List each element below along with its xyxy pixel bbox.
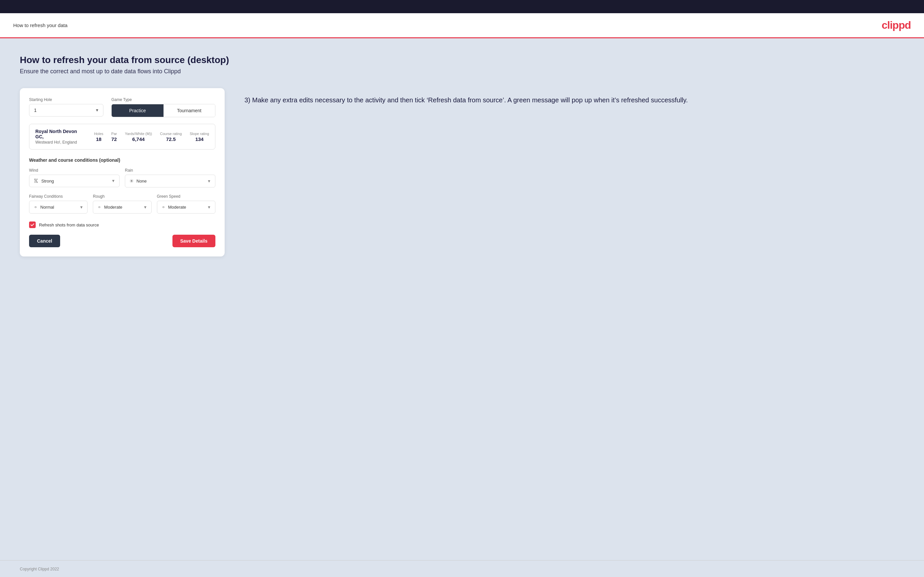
holes-label: Holes	[94, 132, 103, 136]
chevron-down-icon: ▼	[79, 205, 83, 210]
checkmark-icon	[31, 223, 34, 227]
slope-rating-stat: Slope rating 134	[190, 132, 209, 142]
course-stats: Holes 18 Par 72 Yards/White (M)) 6,744 C…	[94, 132, 209, 142]
rough-group: Rough ⚬ Moderate ▼	[93, 194, 151, 214]
practice-button[interactable]: Practice	[111, 104, 163, 117]
page-subtitle: Ensure the correct and most up to date d…	[20, 68, 904, 75]
tournament-button[interactable]: Tournament	[163, 104, 215, 117]
wind-icon: ⛕	[33, 178, 39, 184]
edit-card: Starting Hole 1 ▼ Game Type Practice Tou…	[20, 88, 225, 256]
top-fields-row: Starting Hole 1 ▼ Game Type Practice Tou…	[29, 97, 215, 117]
course-rating-value: 72.5	[160, 136, 182, 142]
green-icon: ⚬	[161, 204, 165, 210]
wind-group: Wind ⛕ Strong ▼	[29, 168, 120, 187]
rough-select[interactable]: ⚬ Moderate ▼	[93, 201, 151, 214]
game-type-toggle: Practice Tournament	[111, 104, 215, 117]
footer: Copyright Clippd 2022	[0, 560, 924, 577]
chevron-down-icon: ▼	[207, 205, 211, 210]
fairway-value: Normal	[40, 205, 79, 210]
rough-icon: ⚬	[97, 204, 102, 210]
starting-hole-label: Starting Hole	[29, 97, 103, 102]
yards-value: 6,744	[125, 136, 152, 142]
fairway-icon: ⚬	[33, 204, 38, 210]
green-select[interactable]: ⚬ Moderate ▼	[157, 201, 215, 214]
rough-value: Moderate	[104, 205, 143, 210]
green-group: Green Speed ⚬ Moderate ▼	[157, 194, 215, 214]
par-stat: Par 72	[111, 132, 117, 142]
footer-text: Copyright Clippd 2022	[20, 567, 59, 571]
rain-select[interactable]: ☀ None ▼	[125, 175, 215, 187]
course-location: Westward Ho!, England	[36, 140, 84, 145]
top-bar	[0, 0, 924, 13]
description-text: 3) Make any extra edits necessary to the…	[244, 95, 904, 105]
course-name: Royal North Devon GC,	[36, 129, 84, 139]
conditions-bottom-row: Fairway Conditions ⚬ Normal ▼ Rough ⚬ Mo…	[29, 194, 215, 214]
wind-label: Wind	[29, 168, 120, 172]
wind-value: Strong	[41, 179, 111, 184]
content-area: Starting Hole 1 ▼ Game Type Practice Tou…	[20, 88, 904, 256]
description-panel: 3) Make any extra edits necessary to the…	[244, 88, 904, 105]
rain-icon: ☀	[129, 178, 134, 184]
starting-hole-value: 1	[34, 108, 99, 113]
header: How to refresh your data clippd	[0, 13, 924, 38]
slope-rating-value: 134	[190, 136, 209, 142]
rain-value: None	[136, 179, 207, 184]
yards-label: Yards/White (M))	[125, 132, 152, 136]
chevron-down-icon: ▼	[111, 179, 115, 183]
fairway-label: Fairway Conditions	[29, 194, 87, 199]
starting-hole-group: Starting Hole 1 ▼	[29, 97, 103, 117]
refresh-checkbox-row: Refresh shots from data source	[29, 221, 215, 228]
chevron-down-icon: ▼	[144, 205, 147, 210]
refresh-checkbox[interactable]	[29, 221, 36, 228]
game-type-group: Game Type Practice Tournament	[111, 97, 215, 117]
logo: clippd	[882, 19, 911, 31]
holes-value: 18	[94, 136, 103, 142]
chevron-down-icon: ▼	[207, 179, 211, 184]
fairway-select[interactable]: ⚬ Normal ▼	[29, 201, 87, 214]
course-row: Royal North Devon GC, Westward Ho!, Engl…	[29, 124, 215, 150]
page-title: How to refresh your data from source (de…	[20, 55, 904, 65]
starting-hole-select[interactable]: 1 ▼	[29, 104, 103, 116]
wind-select[interactable]: ⛕ Strong ▼	[29, 175, 120, 187]
par-label: Par	[111, 132, 117, 136]
conditions-wind-rain: Wind ⛕ Strong ▼ Rain ☀ None ▼	[29, 168, 215, 187]
rain-group: Rain ☀ None ▼	[125, 168, 215, 187]
fairway-group: Fairway Conditions ⚬ Normal ▼	[29, 194, 87, 214]
par-value: 72	[111, 136, 117, 142]
course-rating-label: Course rating	[160, 132, 182, 136]
yards-stat: Yards/White (M)) 6,744	[125, 132, 152, 142]
conditions-title: Weather and course conditions (optional)	[29, 158, 215, 163]
game-type-label: Game Type	[111, 97, 215, 102]
header-title: How to refresh your data	[13, 23, 68, 28]
course-info: Royal North Devon GC, Westward Ho!, Engl…	[36, 129, 84, 145]
green-label: Green Speed	[157, 194, 215, 199]
holes-stat: Holes 18	[94, 132, 103, 142]
course-rating-stat: Course rating 72.5	[160, 132, 182, 142]
rain-label: Rain	[125, 168, 215, 172]
main-content: How to refresh your data from source (de…	[0, 38, 924, 560]
save-button[interactable]: Save Details	[173, 235, 216, 247]
refresh-label: Refresh shots from data source	[39, 222, 99, 227]
rough-label: Rough	[93, 194, 151, 199]
cancel-button[interactable]: Cancel	[29, 235, 60, 247]
slope-rating-label: Slope rating	[190, 132, 209, 136]
green-value: Moderate	[168, 205, 207, 210]
action-row: Cancel Save Details	[29, 235, 215, 247]
